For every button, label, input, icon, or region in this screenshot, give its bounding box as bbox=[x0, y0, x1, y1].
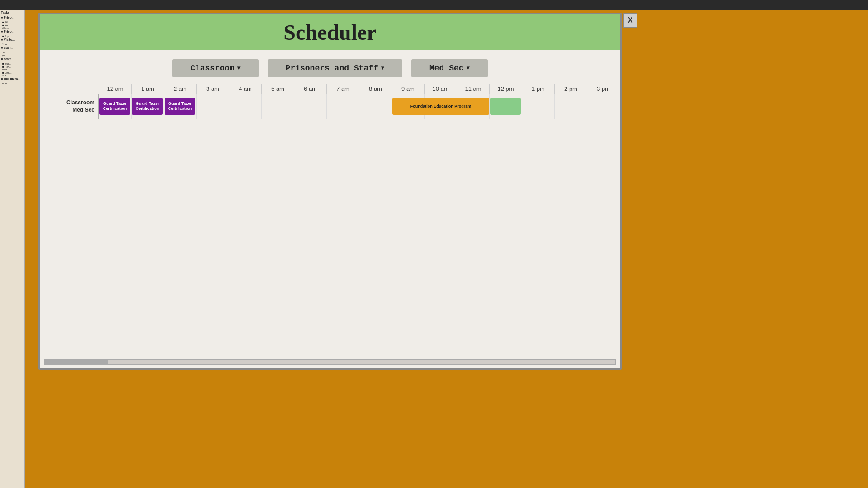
sidebar-item-bui: ■ Bui... bbox=[2, 62, 24, 65]
row-label-classroom-medsec: Classroom Med Sec bbox=[44, 94, 99, 119]
sidebar-tasks-label: Tasks bbox=[1, 11, 24, 14]
scrollbar-thumb[interactable] bbox=[45, 360, 108, 364]
cell-7am[interactable] bbox=[326, 94, 359, 119]
tab-prisoners-arrow: ▼ bbox=[381, 65, 384, 71]
scheduler-window: X Scheduler Classroom ▼ Prisoners and St… bbox=[38, 13, 622, 370]
time-5am: 5 am bbox=[261, 84, 294, 94]
sidebar-item-hav: ■ Hav...with... bbox=[2, 66, 24, 71]
time-9am: 9 am bbox=[392, 84, 424, 94]
sidebar-item-0pr: 0 pr... bbox=[2, 82, 24, 85]
time-12pm: 12 pm bbox=[489, 84, 522, 94]
sidebar-priso2-label: ■ Priso... bbox=[1, 30, 24, 33]
sidebar-item-fill: ■ Fill... bbox=[2, 21, 24, 23]
row-label-medsec: Med Sec bbox=[72, 107, 94, 114]
time-11am: 11 am bbox=[457, 84, 489, 94]
time-10am: 10 am bbox=[424, 84, 457, 94]
timeline-cells-row1: Guard Tazer Certification Guard Tazer Ce… bbox=[99, 94, 616, 119]
sidebar: Tasks ■ Priso... ■ Fill... ■ Yo...(Se...… bbox=[0, 10, 25, 488]
timeline-header: 12 am 1 am 2 am 3 am 4 am 5 am 6 am 7 am… bbox=[99, 84, 616, 94]
time-12am: 12 am bbox=[99, 84, 131, 94]
horizontal-scrollbar[interactable] bbox=[44, 359, 616, 365]
cell-3am[interactable] bbox=[196, 94, 229, 119]
tab-prisoners-staff[interactable]: Prisoners and Staff ▼ bbox=[268, 59, 402, 77]
tab-bar: Classroom ▼ Prisoners and Staff ▼ Med Se… bbox=[40, 50, 620, 84]
schedule-empty-area bbox=[44, 119, 616, 323]
time-6am: 6 am bbox=[294, 84, 326, 94]
sidebar-item-5p: ■ 5 p... bbox=[2, 35, 24, 38]
sidebar-staff1-label: ■ Staff... bbox=[1, 46, 24, 49]
time-1pm: 1 pm bbox=[522, 84, 554, 94]
sidebar-visito-label: ■ Visito... bbox=[1, 38, 24, 41]
sidebar-staff2-label: ■ Staff bbox=[1, 57, 24, 61]
time-3pm: 3 pm bbox=[587, 84, 616, 94]
sidebar-item-1fo: 1 fo... bbox=[2, 43, 24, 46]
sidebar-priso1-label: ■ Priso... bbox=[1, 16, 24, 19]
time-1am: 1 am bbox=[131, 84, 164, 94]
time-3am: 3 am bbox=[196, 84, 229, 94]
sidebar-item-yo: ■ Yo...(Se...) bbox=[2, 24, 24, 29]
tab-classroom-label: Classroom bbox=[190, 64, 234, 73]
sidebar-item-0: (0... bbox=[2, 54, 24, 57]
time-7am: 7 am bbox=[326, 84, 359, 94]
event-guard-tazer-1[interactable]: Guard Tazer Certification bbox=[132, 98, 163, 115]
cell-6am[interactable] bbox=[294, 94, 326, 119]
table-row: Classroom Med Sec bbox=[44, 94, 616, 119]
row-label-classroom: Classroom bbox=[66, 99, 94, 107]
scheduler-title: Scheduler bbox=[283, 20, 376, 45]
tab-classroom-arrow: ▼ bbox=[237, 65, 240, 71]
scheduler-header: Scheduler bbox=[40, 14, 620, 50]
close-button[interactable]: X bbox=[623, 13, 637, 28]
cell-4am[interactable] bbox=[229, 94, 261, 119]
event-guard-tazer-2[interactable]: Guard Tazer Certification bbox=[165, 98, 195, 115]
event-foundation-education[interactable]: Foundation Education Program bbox=[392, 98, 489, 115]
cell-5am[interactable] bbox=[261, 94, 294, 119]
sidebar-litera-label: ■ Our litera... bbox=[1, 77, 24, 80]
event-guard-tazer-0[interactable]: Guard Tazer Certification bbox=[99, 98, 130, 115]
schedule-area: Classroom Med Sec bbox=[44, 94, 616, 323]
tab-med-sec-arrow: ▼ bbox=[467, 65, 470, 71]
time-4am: 4 am bbox=[229, 84, 261, 94]
tab-med-sec[interactable]: Med Sec ▼ bbox=[411, 59, 488, 77]
time-8am: 8 am bbox=[359, 84, 392, 94]
time-2am: 2 am bbox=[164, 84, 196, 94]
top-bar bbox=[0, 0, 868, 10]
time-2pm: 2 pm bbox=[554, 84, 587, 94]
event-green-12pm[interactable] bbox=[490, 98, 521, 115]
cell-8am[interactable] bbox=[359, 94, 392, 119]
tab-prisoners-label: Prisoners and Staff bbox=[286, 64, 378, 73]
sidebar-item-ens: ■ Ens...sta... bbox=[2, 71, 24, 77]
timeline-container: 12 am 1 am 2 am 3 am 4 am 5 am 6 am 7 am… bbox=[44, 84, 616, 323]
sidebar-item-57: 57... bbox=[2, 51, 24, 54]
cell-2pm[interactable] bbox=[554, 94, 587, 119]
tab-med-sec-label: Med Sec bbox=[429, 64, 464, 73]
cell-3pm[interactable] bbox=[587, 94, 616, 119]
tab-classroom[interactable]: Classroom ▼ bbox=[172, 59, 258, 77]
cell-1pm[interactable] bbox=[522, 94, 554, 119]
